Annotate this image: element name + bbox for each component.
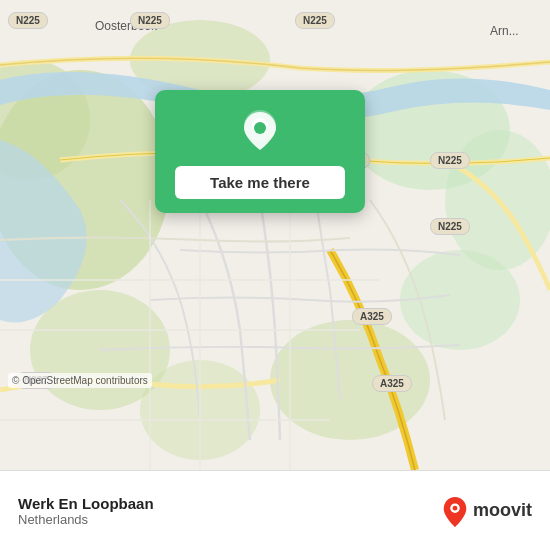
svg-point-20	[254, 122, 266, 134]
road-label-n225-1: N225	[8, 12, 48, 29]
moovit-logo: moovit	[441, 495, 532, 527]
road-label-n225-3: N225	[295, 12, 335, 29]
location-info: Werk En Loopbaan Netherlands	[18, 495, 154, 527]
take-me-there-button[interactable]: Take me there	[175, 166, 345, 199]
road-label-n225-4: N225	[430, 152, 470, 169]
road-label-a325-2: A325	[372, 375, 412, 392]
moovit-brand-text: moovit	[473, 500, 532, 521]
location-name: Werk En Loopbaan	[18, 495, 154, 512]
location-pin-icon	[238, 108, 282, 152]
moovit-pin-icon	[441, 495, 469, 527]
app: Oosterbeek Arn... N225 N225 N225 N225 N2…	[0, 0, 550, 550]
bottom-bar: Werk En Loopbaan Netherlands moovit	[0, 470, 550, 550]
svg-text:Arn...: Arn...	[490, 24, 519, 38]
map-container: Oosterbeek Arn... N225 N225 N225 N225 N2…	[0, 0, 550, 470]
road-label-n225-2: N225	[130, 12, 170, 29]
popup-card: Take me there	[155, 90, 365, 213]
osm-credit: © OpenStreetMap contributors	[8, 373, 152, 388]
road-label-a325-1: A325	[352, 308, 392, 325]
road-label-n225-6: N225	[430, 218, 470, 235]
svg-point-6	[400, 250, 520, 350]
svg-point-22	[453, 505, 458, 510]
location-country: Netherlands	[18, 512, 154, 527]
